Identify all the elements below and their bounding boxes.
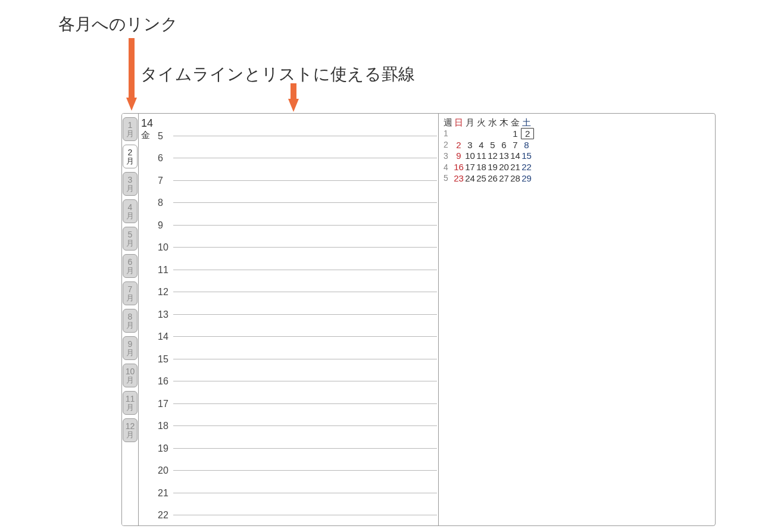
mini-cal-row: 39101112131415 — [444, 151, 710, 162]
mini-cal-week-link[interactable]: 2 — [444, 140, 452, 151]
notes-pane: 週日月火水木金土11222345678391011121314154161718… — [439, 114, 715, 525]
month-tab-4[interactable]: 4月 — [123, 199, 138, 223]
current-date-number: 14 — [141, 117, 158, 130]
current-date-weekday: 金 — [141, 130, 158, 141]
mini-cal-day-header: 水 — [487, 117, 498, 129]
mini-cal-day-link[interactable]: 2 — [453, 140, 464, 151]
annotation-month-links: 各月へのリンク — [58, 13, 178, 36]
mini-cal-day-link[interactable]: 17 — [464, 162, 476, 173]
hour-rule — [173, 515, 437, 515]
mini-calendar: 週日月火水木金土11222345678391011121314154161718… — [444, 117, 710, 184]
arrow-down-icon — [126, 38, 137, 111]
month-tab-10[interactable]: 10月 — [123, 364, 138, 387]
mini-cal-day-link[interactable]: 12 — [487, 151, 498, 162]
mini-cal-day-link[interactable]: 15 — [521, 151, 532, 162]
hour-row-18: 18 — [158, 404, 438, 427]
mini-cal-day-link[interactable]: 19 — [487, 162, 498, 173]
hour-row-15: 15 — [158, 337, 438, 359]
mini-cal-row: 523242526272829 — [444, 173, 710, 184]
month-tab-11[interactable]: 11月 — [123, 391, 138, 415]
mini-cal-week-link[interactable]: 4 — [444, 162, 452, 173]
svg-marker-0 — [126, 98, 137, 111]
mini-cal-day-header: 火 — [476, 117, 487, 129]
hour-label: 22 — [158, 510, 173, 521]
month-tab-5[interactable]: 5月 — [123, 227, 138, 251]
hour-row-10: 10 — [158, 226, 438, 248]
month-tab-8[interactable]: 8月 — [123, 309, 138, 333]
month-tab-1[interactable]: 1月 — [123, 117, 138, 141]
hour-row-6: 6 — [158, 136, 438, 159]
planner-frame: 1月2月3月4月5月6月7月8月9月10月11月12月 14 金 5678910… — [121, 113, 716, 526]
mini-cal-day-header: 日 — [453, 117, 464, 129]
mini-cal-day-link[interactable]: 1 — [510, 129, 521, 140]
mini-cal-week-link[interactable]: 3 — [444, 151, 452, 162]
mini-cal-day-link[interactable]: 24 — [464, 173, 476, 184]
hour-row-14: 14 — [158, 315, 438, 337]
mini-cal-day-header: 土 — [521, 117, 532, 129]
mini-cal-day-link[interactable]: 6 — [498, 140, 510, 151]
mini-cal-day-link[interactable]: 23 — [453, 173, 464, 184]
hour-row-12: 12 — [158, 270, 438, 293]
hour-row-13: 13 — [158, 292, 438, 315]
mini-cal-day-link[interactable]: 7 — [510, 140, 521, 151]
month-tab-7[interactable]: 7月 — [123, 281, 138, 305]
mini-cal-day-link[interactable]: 28 — [510, 173, 521, 184]
mini-cal-day-link[interactable]: 21 — [510, 162, 521, 173]
timeline-hours: 5678910111213141516171819202122 — [158, 114, 438, 525]
hour-row-16: 16 — [158, 359, 438, 382]
mini-cal-day-link[interactable]: 20 — [498, 162, 510, 173]
mini-cal-week-link[interactable]: 1 — [444, 129, 452, 139]
svg-marker-1 — [288, 99, 299, 112]
mini-cal-row: 416171819202122 — [444, 162, 710, 173]
mini-cal-day-header: 木 — [498, 117, 510, 129]
mini-cal-day-link[interactable]: 18 — [476, 162, 487, 173]
hour-row-20: 20 — [158, 449, 438, 471]
mini-cal-day-link[interactable]: 27 — [498, 173, 510, 184]
hour-row-17: 17 — [158, 381, 438, 404]
mini-cal-day-link[interactable]: 5 — [487, 140, 498, 151]
mini-cal-header: 週日月火水木金土 — [444, 117, 710, 129]
mini-cal-day-link[interactable]: 16 — [453, 162, 464, 173]
mini-cal-day-link[interactable]: 26 — [487, 173, 498, 184]
hour-row-19: 19 — [158, 426, 438, 449]
mini-cal-day-link[interactable]: 29 — [521, 173, 532, 184]
arrow-down-icon — [288, 83, 299, 112]
month-tab-12[interactable]: 12月 — [123, 418, 138, 442]
month-tab-6[interactable]: 6月 — [123, 254, 138, 278]
month-tab-2[interactable]: 2月 — [123, 145, 138, 168]
hour-row-7: 7 — [158, 158, 438, 181]
month-tabs: 1月2月3月4月5月6月7月8月9月10月11月12月 — [122, 114, 139, 525]
mini-cal-day-header: 月 — [464, 117, 476, 129]
mini-cal-row: 22345678 — [444, 140, 710, 151]
hour-row-11: 11 — [158, 248, 438, 270]
mini-cal-day-link[interactable]: 22 — [521, 162, 532, 173]
current-date: 14 金 — [139, 114, 158, 525]
hour-row-5: 5 — [158, 114, 438, 136]
mini-cal-day-link[interactable]: 10 — [464, 151, 476, 162]
hour-row-21: 21 — [158, 471, 438, 493]
mini-cal-day-link[interactable]: 8 — [521, 140, 532, 151]
annotation-timeline-rules: タイムラインとリストに使える罫線 — [140, 63, 415, 86]
mini-cal-day-link[interactable]: 9 — [453, 151, 464, 162]
timeline-pane: 14 金 5678910111213141516171819202122 — [139, 114, 439, 525]
month-tab-9[interactable]: 9月 — [123, 336, 138, 360]
mini-cal-row: 112 — [444, 129, 710, 140]
mini-cal-day-link[interactable]: 3 — [464, 140, 476, 151]
mini-cal-day-link[interactable]: 14 — [510, 151, 521, 162]
hour-row-22: 22 — [158, 493, 438, 516]
mini-cal-week-link[interactable]: 5 — [444, 173, 452, 184]
month-tab-3[interactable]: 3月 — [123, 172, 138, 196]
mini-cal-day-link[interactable]: 4 — [476, 140, 487, 151]
mini-cal-week-header: 週 — [444, 117, 452, 129]
hour-row-8: 8 — [158, 181, 438, 204]
mini-cal-day-link[interactable]: 25 — [476, 173, 487, 184]
mini-cal-day-link[interactable]: 11 — [476, 151, 487, 162]
mini-cal-day-header: 金 — [510, 117, 521, 129]
mini-cal-day-today[interactable]: 2 — [521, 129, 532, 140]
mini-cal-day-link[interactable]: 13 — [498, 151, 510, 162]
hour-row-9: 9 — [158, 203, 438, 226]
